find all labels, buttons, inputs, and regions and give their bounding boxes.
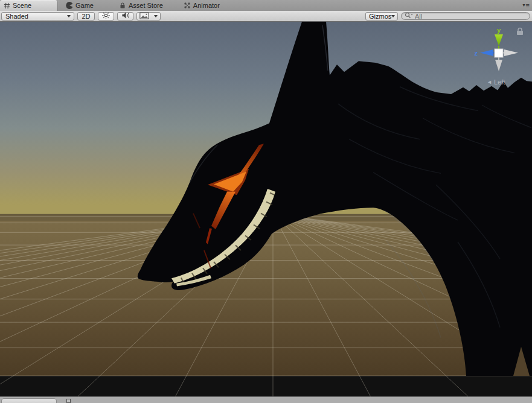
bottom-panel-edge (0, 396, 532, 403)
scene-search-field[interactable] (401, 12, 530, 20)
tab-game-label: Game (75, 2, 94, 9)
lock-icon[interactable] (517, 28, 523, 36)
gizmos-dropdown[interactable]: Gizmos (365, 12, 398, 21)
gizmo-center-cube[interactable] (495, 49, 503, 57)
axis-z-cone[interactable] (480, 49, 493, 56)
axis-x-cone[interactable] (504, 49, 518, 56)
speaker-icon (121, 11, 130, 21)
bottom-panel-icon[interactable] (66, 399, 71, 403)
shading-mode-dropdown[interactable]: Shaded (1, 12, 74, 21)
view-tabbar: Scene Game Asset Store Animator ▾ ≡ (0, 0, 532, 11)
animator-icon (184, 2, 191, 9)
unity-editor-window: Scene Game Asset Store Animator ▾ ≡ (0, 0, 532, 403)
tab-animator-label: Animator (193, 2, 220, 9)
orientation-gizmo[interactable]: y z ◄ Left (470, 25, 532, 93)
window-menu-button[interactable]: ▾ ≡ (521, 0, 532, 11)
gizmos-label: Gizmos (369, 13, 391, 20)
axis-y-cone[interactable] (495, 34, 503, 46)
shading-mode-value: Shaded (5, 13, 28, 20)
view-orientation-label[interactable]: Left (494, 78, 505, 86)
image-icon (139, 12, 149, 21)
tab-asset-store-label: Asset Store (129, 2, 163, 9)
tab-animator[interactable]: Animator (180, 0, 223, 11)
bottom-panel-tab[interactable] (1, 398, 57, 403)
axis-z-label: z (475, 49, 478, 57)
tab-scene-label: Scene (13, 2, 31, 9)
store-icon (119, 2, 126, 9)
toggle-2d-label: 2D (82, 13, 90, 20)
dropdown-arrow-icon (391, 15, 395, 17)
game-icon (66, 2, 73, 9)
sun-icon (102, 11, 110, 21)
dropdown-arrow-icon (67, 15, 71, 17)
scene-lighting-button[interactable] (98, 12, 114, 21)
tab-game[interactable]: Game (62, 0, 97, 11)
scene-viewport[interactable]: y z ◄ Left (0, 22, 532, 396)
scene-render (0, 22, 532, 396)
tab-asset-store[interactable]: Asset Store (115, 0, 167, 11)
dropdown-arrow-icon (154, 15, 158, 17)
search-icon (405, 12, 413, 20)
scene-audio-button[interactable] (117, 12, 133, 21)
axis-y-neg-cone[interactable] (495, 60, 502, 71)
scene-toolbar: Shaded 2D Gizmos (0, 11, 532, 22)
window-menu-arrow-icon: ▾ (523, 3, 525, 8)
left-view-arrow-icon: ◄ (487, 79, 492, 85)
tab-scene[interactable]: Scene (0, 0, 57, 11)
window-menu-lines-icon: ≡ (526, 2, 530, 8)
grid-icon (4, 2, 10, 9)
toggle-2d-button[interactable]: 2D (77, 12, 95, 21)
search-input[interactable] (415, 13, 527, 19)
axis-y-label: y (497, 27, 501, 34)
scene-effects-dropdown[interactable] (136, 12, 161, 21)
